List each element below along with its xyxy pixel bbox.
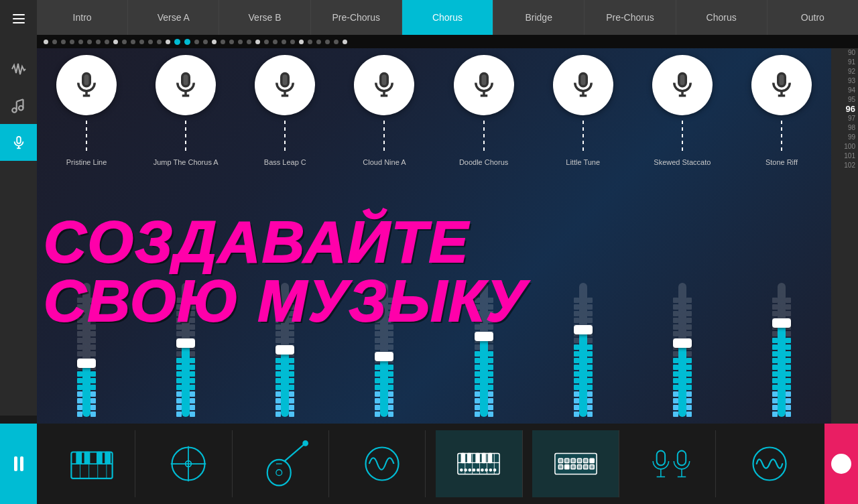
level-bar-4-16 (475, 405, 480, 410)
nav-tab-verse-b[interactable]: Verse B (219, 0, 310, 35)
progress-dot-0 (44, 40, 48, 44)
fader-thumb-6[interactable] (673, 338, 692, 348)
nav-tab-verse-a[interactable]: Verse A (128, 0, 219, 35)
scale-number-90: 90 (848, 48, 855, 58)
nav-tab-pre-chorus2[interactable]: Pre-Chorus (585, 0, 676, 35)
record-button[interactable] (831, 454, 851, 474)
level-bar-1-2 (176, 311, 182, 316)
level-bar-7-6 (772, 338, 778, 343)
fader-thumb-7[interactable] (772, 318, 791, 328)
mic-button-3[interactable] (354, 55, 414, 115)
fader-thumb-4[interactable] (475, 332, 493, 341)
progress-dot-15 (174, 39, 180, 45)
level-bar-3-15 (375, 398, 380, 403)
level-bar-2-13 (275, 385, 281, 390)
progress-dot-5 (87, 40, 92, 44)
level-bar-6-11 (673, 371, 678, 377)
mic-button-5[interactable] (553, 55, 613, 115)
mic-button-6[interactable] (652, 55, 713, 115)
svg-rect-82 (590, 458, 594, 462)
level-bar-r-6-10 (686, 365, 692, 370)
level-bar-r-4-12 (488, 378, 493, 383)
level-bar-3-5 (375, 331, 380, 336)
svg-rect-88 (590, 465, 594, 469)
level-bar-r-3-12 (388, 378, 393, 383)
toolbar-item-violin[interactable] (145, 430, 233, 497)
nav-tab-chorus1[interactable]: Chorus (402, 0, 493, 35)
channel-name-3: Cloud Nine A (363, 158, 406, 166)
fader-track-0[interactable] (82, 283, 90, 417)
sidebar-icon-microphone[interactable] (0, 124, 37, 161)
fader-track-6[interactable] (678, 283, 686, 417)
nav-tab-chorus2[interactable]: Chorus (676, 0, 768, 35)
pause-bar-left (14, 456, 17, 471)
toolbar-item-microphone[interactable] (629, 430, 716, 497)
toolbar-item-synth-wave[interactable] (339, 430, 426, 497)
scale-number-91: 91 (848, 58, 855, 67)
fader-thumb-0[interactable] (77, 359, 96, 368)
level-bar-r-2-1 (289, 304, 294, 310)
record-button-area[interactable] (824, 424, 858, 504)
level-bar-0-8 (77, 351, 82, 357)
fader-track-2[interactable] (281, 283, 289, 417)
progress-dot-25 (264, 40, 269, 44)
mic-button-2[interactable] (255, 55, 315, 115)
level-bar-1-1 (176, 304, 182, 310)
toolbar-item-oscilloscope[interactable] (726, 430, 813, 497)
sidebar-icon-notes[interactable] (0, 87, 37, 124)
svg-point-68 (465, 469, 467, 471)
svg-rect-59 (476, 453, 479, 462)
toolbar-item-guitar[interactable] (242, 430, 329, 497)
mic-button-4[interactable] (454, 55, 514, 115)
level-bar-r-1-0 (190, 298, 195, 303)
nav-tab-bridge[interactable]: Bridge (493, 0, 585, 35)
level-bar-5-8 (574, 351, 579, 357)
fader-thumb-3[interactable] (375, 352, 393, 361)
toolbar-item-piano[interactable] (48, 430, 135, 497)
level-bar-r-0-13 (90, 385, 96, 390)
level-bar-3-16 (375, 405, 380, 410)
progress-dot-9 (122, 40, 127, 44)
level-bar-5-11 (574, 371, 579, 377)
mic-button-1[interactable] (156, 55, 216, 115)
progress-dot-3 (70, 40, 74, 44)
fader-track-5[interactable] (579, 283, 587, 417)
level-bar-1-8 (176, 351, 182, 357)
fader-thumb-5[interactable] (574, 325, 593, 334)
level-bar-7-0 (772, 298, 778, 303)
nav-tab-pre-chorus[interactable]: Pre-Chorus (311, 0, 402, 35)
level-bar-5-1 (574, 304, 579, 310)
level-bar-0-4 (77, 324, 82, 330)
level-bar-r-5-3 (587, 318, 593, 323)
level-bar-4-3 (475, 318, 480, 323)
scale-number-93: 93 (848, 76, 855, 86)
toolbar-item-keyboard[interactable] (436, 430, 523, 497)
pause-button[interactable] (0, 424, 37, 504)
sidebar-icon-menu[interactable] (0, 0, 37, 37)
progress-dot-23 (247, 40, 251, 44)
channel-1: Jump The Chorus A (136, 55, 235, 424)
level-bar-1-14 (176, 391, 182, 397)
level-bar-r-5-7 (587, 344, 593, 350)
toolbar-item-midi[interactable] (532, 430, 619, 497)
progress-dot-2 (61, 40, 66, 44)
nav-tab-outro[interactable]: Outro (768, 0, 858, 35)
level-bar-r-3-15 (388, 398, 393, 403)
fader-track-7[interactable] (778, 283, 786, 417)
mic-button-0[interactable] (56, 55, 117, 115)
level-bar-2-16 (275, 405, 281, 410)
level-bar-5-14 (574, 391, 579, 397)
level-bar-r-5-2 (587, 311, 593, 316)
nav-tab-intro[interactable]: Intro (37, 0, 128, 35)
progress-dot-7 (105, 40, 109, 44)
fader-track-1[interactable] (182, 283, 190, 417)
level-bar-r-2-5 (289, 331, 294, 336)
level-bar-r-1-15 (190, 398, 195, 403)
fader-thumb-1[interactable] (176, 338, 195, 348)
sidebar-icon-waveform[interactable] (0, 50, 37, 87)
level-bar-2-0 (275, 298, 281, 303)
fader-thumb-2[interactable] (275, 345, 294, 355)
mic-button-7[interactable] (751, 55, 812, 115)
fader-track-4[interactable] (480, 283, 488, 417)
fader-track-3[interactable] (380, 283, 388, 417)
